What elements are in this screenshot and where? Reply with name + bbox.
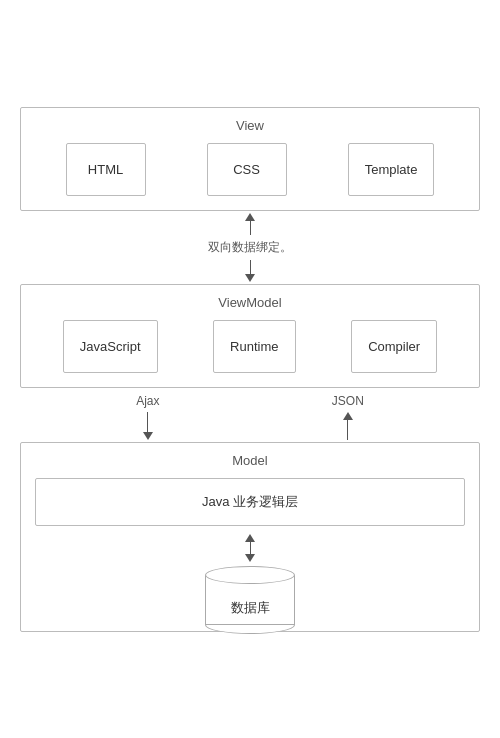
cyl-top <box>205 566 295 584</box>
model-layer: Model Java 业务逻辑层 数据库 <box>20 442 480 632</box>
arrow-line-up <box>250 221 251 235</box>
runtime-box: Runtime <box>213 320 295 373</box>
ajax-arrow-line <box>147 412 148 432</box>
binding-label: 双向数据绑定。 <box>208 239 292 256</box>
arrow-line-down <box>250 260 251 274</box>
ajax-arrow-head <box>143 432 153 440</box>
compiler-box: Compiler <box>351 320 437 373</box>
view-label: View <box>35 118 465 133</box>
view-layer: View HTML CSS Template <box>20 107 480 211</box>
double-arrow-down <box>245 260 255 282</box>
arrow-down <box>245 260 255 282</box>
json-label: JSON <box>332 394 364 408</box>
db-container: 数据库 <box>35 534 465 617</box>
arrow-head-up <box>245 213 255 221</box>
json-arrow-head <box>343 412 353 420</box>
db-arrow-head-down <box>245 554 255 562</box>
database-cylinder: 数据库 <box>205 566 295 617</box>
json-arrow-line <box>347 420 348 440</box>
model-label: Model <box>35 453 465 468</box>
viewmodel-label: ViewModel <box>35 295 465 310</box>
viewmodel-layer: ViewModel JavaScript Runtime Compiler <box>20 284 480 388</box>
split-arrow-section: Ajax JSON <box>20 390 480 440</box>
db-arrow-line <box>250 542 251 554</box>
java-box: Java 业务逻辑层 <box>35 478 465 526</box>
diagram: View HTML CSS Template 双向数据绑定。 ViewModel… <box>20 107 480 632</box>
arrow-up <box>245 213 255 235</box>
template-box: Template <box>348 143 435 196</box>
ajax-label: Ajax <box>136 394 159 408</box>
db-label: 数据库 <box>231 599 270 617</box>
arrow-head-down <box>245 274 255 282</box>
binding-arrow-section: 双向数据绑定。 <box>20 213 480 282</box>
db-double-arrow <box>245 534 255 562</box>
json-arrow: JSON <box>332 390 364 440</box>
db-arrow-head-up <box>245 534 255 542</box>
css-box: CSS <box>207 143 287 196</box>
double-arrow <box>245 213 255 235</box>
view-inner-boxes: HTML CSS Template <box>35 143 465 196</box>
javascript-box: JavaScript <box>63 320 158 373</box>
ajax-arrow: Ajax <box>136 390 159 440</box>
html-box: HTML <box>66 143 146 196</box>
viewmodel-inner-boxes: JavaScript Runtime Compiler <box>35 320 465 373</box>
